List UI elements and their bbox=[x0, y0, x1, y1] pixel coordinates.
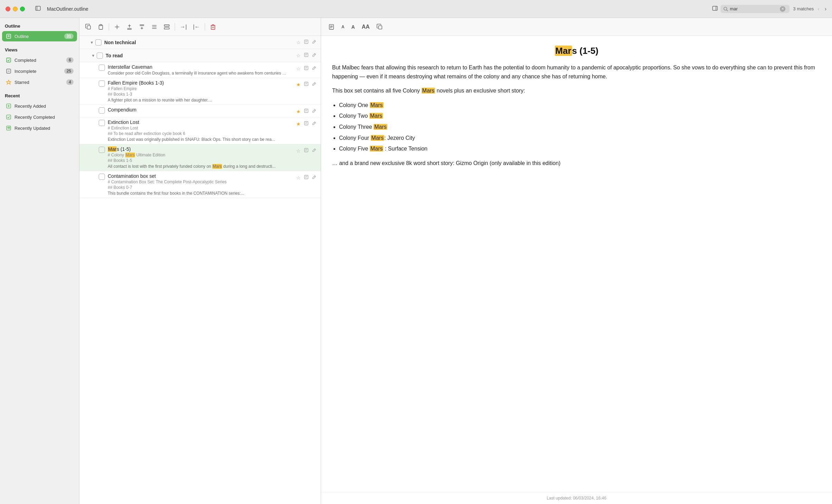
sidebar-item-completed[interactable]: Completed 6 bbox=[2, 55, 77, 65]
panel-toggle-button[interactable] bbox=[709, 3, 720, 14]
search-prev-button[interactable]: ‹ bbox=[815, 5, 821, 13]
compendium-edit-button[interactable] bbox=[311, 108, 317, 115]
move-right-button[interactable]: →| bbox=[177, 22, 189, 32]
detail-copy-button[interactable] bbox=[374, 22, 385, 32]
interstellar-checkbox[interactable] bbox=[99, 65, 105, 71]
recently-completed-icon bbox=[6, 114, 12, 120]
detail-font-large-button[interactable]: AA bbox=[359, 22, 372, 32]
add-row-button[interactable] bbox=[112, 22, 123, 32]
paste-rows-button[interactable] bbox=[95, 22, 106, 32]
contamination-note-button[interactable] bbox=[303, 174, 309, 181]
outline-content: ▼ Non technical ☆ ▼ To read bbox=[79, 36, 321, 504]
move-left-button[interactable]: |← bbox=[191, 22, 202, 32]
row-fallen-empire[interactable]: Fallen Empire (Books 1-3) # Fallen Empir… bbox=[79, 78, 321, 105]
sidebar-item-recently-added[interactable]: Recently Added bbox=[2, 101, 77, 111]
sidebar-toggle-button[interactable] bbox=[32, 3, 43, 14]
fallen-empire-content: Fallen Empire (Books 1-3) # Fallen Empir… bbox=[108, 80, 296, 103]
extinction-star-button[interactable]: ★ bbox=[296, 120, 301, 127]
detail-font-medium-button[interactable]: A bbox=[349, 22, 357, 31]
non-technical-star-button[interactable]: ☆ bbox=[296, 39, 301, 46]
contamination-checkbox[interactable] bbox=[99, 174, 105, 180]
mars-actions: ☆ bbox=[296, 146, 317, 154]
minimize-button[interactable] bbox=[13, 7, 18, 11]
mars-star-button[interactable]: ☆ bbox=[296, 147, 301, 154]
sidebar-item-outline[interactable]: Outline 31 bbox=[2, 31, 77, 41]
close-button[interactable] bbox=[6, 7, 10, 11]
to-read-checkbox[interactable] bbox=[97, 52, 103, 59]
interstellar-content: Interstellar Caveman Consider poor old C… bbox=[108, 64, 296, 76]
fallen-empire-edit-button[interactable] bbox=[311, 81, 317, 88]
non-technical-checkbox[interactable] bbox=[95, 39, 101, 46]
sidebar-section-views: Views bbox=[0, 42, 79, 55]
interstellar-star-button[interactable]: ☆ bbox=[296, 65, 301, 72]
compendium-star-button[interactable]: ★ bbox=[296, 108, 301, 115]
extinction-tag: ## To be read after extinction cycle boo… bbox=[108, 131, 296, 136]
sidebar-item-recently-added-label: Recently Added bbox=[14, 104, 74, 109]
row-contamination[interactable]: Contamination box set # Contamination Bo… bbox=[79, 171, 321, 198]
non-technical-toggle[interactable]: ▼ bbox=[88, 39, 95, 46]
sidebar-item-incomplete[interactable]: Incomplete 25 bbox=[2, 66, 77, 76]
contamination-star-button[interactable]: ☆ bbox=[296, 174, 301, 181]
add-below-button[interactable] bbox=[136, 22, 147, 32]
to-read-edit-button[interactable] bbox=[311, 52, 317, 59]
fallen-empire-checkbox[interactable] bbox=[99, 80, 105, 87]
to-read-note-button[interactable] bbox=[303, 52, 309, 59]
non-technical-edit-button[interactable] bbox=[311, 39, 317, 46]
mars-note-button[interactable] bbox=[303, 147, 309, 154]
extinction-note-button[interactable] bbox=[303, 120, 309, 127]
detail-font-small-button[interactable]: A bbox=[339, 23, 347, 31]
copy-rows-button[interactable] bbox=[83, 22, 94, 32]
search-nav-arrows: ‹ › bbox=[815, 5, 829, 13]
mars-edit-button[interactable] bbox=[311, 147, 317, 154]
detail-note-button[interactable] bbox=[326, 22, 337, 32]
svg-rect-35 bbox=[164, 27, 169, 29]
contamination-title: Contamination box set bbox=[108, 173, 296, 179]
sidebar-item-recently-updated[interactable]: Recently Updated bbox=[2, 123, 77, 133]
fallen-empire-note-button[interactable] bbox=[303, 81, 309, 88]
row-mars-1-5[interactable]: Mars (1-5) # Colony Mars Ultimate Editio… bbox=[79, 144, 321, 171]
compendium-note-button[interactable] bbox=[303, 108, 309, 115]
contamination-edit-button[interactable] bbox=[311, 174, 317, 181]
non-technical-note-button[interactable] bbox=[303, 39, 309, 46]
row-compendium[interactable]: Compendium ★ bbox=[79, 105, 321, 117]
fallen-empire-subtitle: # Fallen Empire bbox=[108, 86, 296, 91]
compendium-checkbox[interactable] bbox=[99, 107, 105, 114]
toolbar-separator-1 bbox=[109, 23, 109, 31]
svg-rect-75 bbox=[378, 26, 382, 29]
split-button[interactable] bbox=[161, 22, 172, 32]
row-interstellar-caveman[interactable]: Interstellar Caveman Consider poor old C… bbox=[79, 62, 321, 78]
search-bar[interactable]: ✕ bbox=[720, 5, 790, 13]
search-input[interactable] bbox=[730, 6, 778, 11]
extinction-edit-button[interactable] bbox=[311, 120, 317, 127]
maximize-button[interactable] bbox=[20, 7, 25, 11]
sidebar-item-recently-completed[interactable]: Recently Completed bbox=[2, 112, 77, 122]
fallen-empire-star-button[interactable]: ★ bbox=[296, 81, 301, 88]
svg-rect-6 bbox=[7, 34, 11, 38]
detail-panel: A A AA Mars (1-5) But Malbec fears that … bbox=[321, 18, 832, 504]
svg-rect-39 bbox=[304, 40, 308, 44]
add-above-button[interactable] bbox=[124, 22, 135, 32]
interstellar-edit-button[interactable] bbox=[311, 65, 317, 72]
search-next-button[interactable]: › bbox=[823, 5, 829, 13]
svg-rect-36 bbox=[211, 25, 215, 29]
merge-button[interactable] bbox=[149, 22, 160, 32]
to-read-actions: ☆ bbox=[296, 52, 317, 59]
non-technical-actions: ☆ bbox=[296, 39, 317, 46]
search-clear-button[interactable]: ✕ bbox=[780, 6, 785, 12]
to-read-toggle[interactable]: ▼ bbox=[90, 52, 97, 59]
detail-list-item-3: Colony Three Mars bbox=[339, 123, 821, 132]
to-read-star-button[interactable]: ☆ bbox=[296, 52, 301, 59]
mars-checkbox[interactable] bbox=[99, 147, 105, 153]
detail-toolbar: A A AA bbox=[321, 18, 832, 36]
row-extinction-lost[interactable]: Extinction Lost # Extinction Lost ## To … bbox=[79, 117, 321, 144]
recently-updated-icon bbox=[6, 125, 12, 131]
interstellar-note-button[interactable] bbox=[303, 65, 309, 72]
section-non-technical[interactable]: ▼ Non technical ☆ bbox=[79, 36, 321, 49]
delete-button[interactable] bbox=[207, 22, 219, 32]
sidebar-item-incomplete-badge: 25 bbox=[64, 68, 74, 74]
extinction-checkbox[interactable] bbox=[99, 120, 105, 126]
sidebar-item-starred[interactable]: Starred 4 bbox=[2, 77, 77, 87]
svg-rect-9 bbox=[7, 58, 11, 62]
section-to-read[interactable]: ▼ To read ☆ bbox=[79, 49, 321, 62]
svg-line-42 bbox=[314, 41, 315, 42]
